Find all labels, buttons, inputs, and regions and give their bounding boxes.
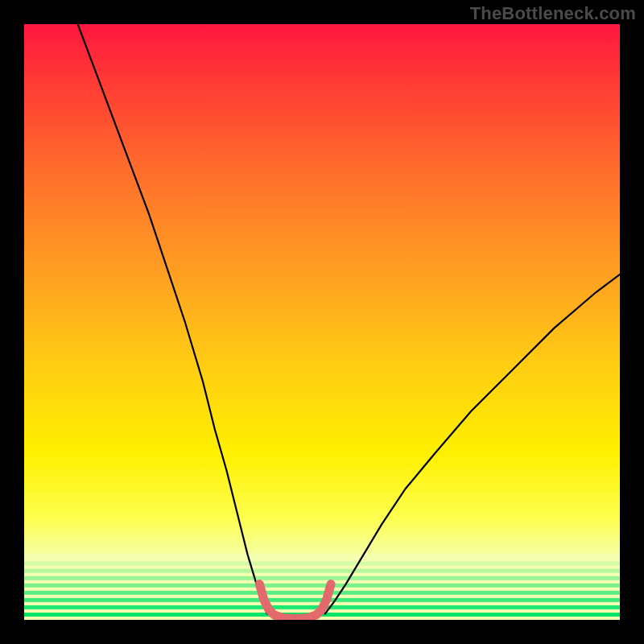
green-band: [24, 584, 620, 588]
green-band: [24, 562, 620, 566]
chart-stage: TheBottleneck.com: [0, 0, 644, 644]
green-band: [24, 555, 620, 559]
gradient-background: [24, 24, 620, 620]
bottleneck-chart: [24, 24, 620, 620]
green-band: [24, 569, 620, 573]
green-band: [24, 591, 620, 595]
green-band: [24, 576, 620, 580]
watermark-label: TheBottleneck.com: [470, 3, 636, 24]
